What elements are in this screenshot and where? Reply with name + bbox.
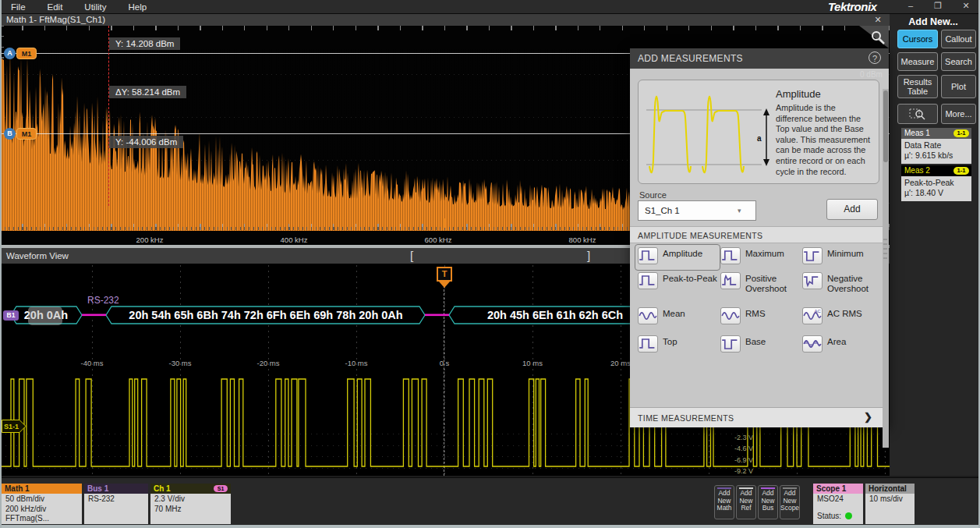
measurement-label: Mean	[663, 309, 685, 319]
minimum-icon[interactable]	[802, 247, 823, 264]
voltage-scale-label: -6.9 V	[734, 456, 753, 464]
expansion-bracket-right[interactable]: ]	[587, 249, 590, 263]
voltage-scale-label: -4.6 V	[734, 445, 753, 452]
bus-idle-line	[425, 314, 449, 317]
scrollbar-thumb[interactable]	[883, 90, 888, 162]
measurement-item-mean[interactable]: Mean	[638, 307, 717, 328]
fft-axis-label: 600 kHz	[415, 236, 462, 244]
dialog-title[interactable]: ADD MEASUREMENTS	[630, 48, 889, 69]
time-axis-label: -40 ms	[73, 359, 111, 367]
bus1-badge[interactable]: B1	[3, 310, 19, 321]
measurement-label: Positive Overshoot	[745, 274, 798, 293]
minimize-button[interactable]: –	[902, 1, 919, 12]
measurement-item-maximum[interactable]: Maximum	[720, 247, 798, 268]
math1-badge[interactable]: Math 150 dBm/div200 kHz/divFFTmag(S...	[2, 484, 82, 524]
measurement-item-amplitude[interactable]: Amplitude	[638, 247, 717, 268]
expansion-bracket-left[interactable]: [	[410, 249, 413, 263]
cursor-b-badge[interactable]: B	[4, 128, 16, 140]
scope1-badge[interactable]: Scope 1MSO24Status:	[813, 484, 863, 524]
add-button[interactable]: Add	[826, 199, 878, 220]
chevron-right-icon[interactable]: ❯	[864, 407, 872, 427]
maximum-icon[interactable]	[720, 247, 741, 264]
ch1-badge[interactable]: Ch 1S12.3 V/div70 MHz	[150, 484, 231, 524]
add-new-math-button[interactable]: Add New Math	[714, 485, 734, 519]
time-axis-label: -30 ms	[161, 359, 200, 367]
add-new-bus-button[interactable]: Add New Bus	[758, 485, 778, 519]
magnifier-icon[interactable]	[870, 30, 886, 45]
meas-badge-body: Data Rateµ': 9.615 kb/s	[901, 139, 971, 164]
restore-button[interactable]: ❐	[929, 1, 946, 12]
measurement-item-ac-rms[interactable]: ACAC RMS	[802, 307, 883, 328]
measurement-label: Area	[827, 337, 846, 347]
tektronix-logo: Tektronix	[828, 0, 889, 13]
add-new-results-table-button[interactable]: Results Table	[897, 75, 938, 98]
measurement-item-area[interactable]: Area	[802, 335, 883, 356]
menu-item-help[interactable]: Help	[117, 2, 157, 12]
cursor-b-m1-badge[interactable]: M1	[16, 128, 37, 140]
amplitude-illustration: a	[643, 83, 774, 180]
bus1-badge[interactable]: Bus 1RS-232	[84, 484, 148, 524]
badge-title: Scope 1	[813, 484, 863, 494]
help-icon[interactable]: ?	[869, 51, 881, 64]
trigger-arrow-icon	[439, 282, 450, 288]
cursor-a-m1-badge[interactable]: M1	[16, 48, 37, 59]
measurement-label: Top	[663, 337, 678, 347]
top-icon[interactable]	[638, 335, 658, 353]
menu-item-utility[interactable]: Utility	[73, 2, 117, 12]
measurement-item-minimum[interactable]: Minimum	[802, 247, 883, 268]
fft-scale-label: 0 dBm	[860, 70, 883, 79]
menu-item-file[interactable]: File	[0, 2, 37, 12]
math-view-title[interactable]: Math 1- FftMag(S1_Ch1)	[0, 14, 890, 26]
peak-to-peak-icon[interactable]	[638, 272, 658, 289]
horizontal-badge[interactable]: Horizontal10 ms/div	[865, 484, 915, 524]
amplitude-icon[interactable]	[638, 247, 658, 264]
measurement-item-positive-overshoot[interactable]: Positive Overshoot	[720, 272, 798, 297]
source-s1-tag[interactable]: S1-1	[2, 420, 27, 433]
measurement-label: AC RMS	[827, 309, 862, 319]
mean-icon[interactable]	[638, 307, 658, 324]
measurement-item-negative-overshoot[interactable]: Negative Overshoot	[802, 272, 883, 297]
badge-settings: 2.3 V/div70 MHz	[150, 494, 231, 524]
tekscope-window: FileEditUtilityHelp Tektronix – ❐ ✕ Math…	[0, 0, 980, 528]
math-view-close-icon[interactable]: ✕	[870, 14, 886, 26]
measurement-item-top[interactable]: Top	[638, 335, 717, 356]
add-new-ref-button[interactable]: Add New Ref	[736, 485, 756, 519]
badge-settings: 10 ms/div	[865, 494, 915, 524]
meas-result-badge[interactable]: Meas 21-1Peak-to-Peakµ': 18.40 V	[901, 165, 971, 201]
measurement-item-base[interactable]: Base	[720, 335, 798, 356]
rms-icon[interactable]	[720, 307, 741, 324]
splitter-grip[interactable]	[883, 239, 887, 262]
add-new-cursors-button[interactable]: Cursors	[897, 30, 938, 48]
base-icon[interactable]	[720, 335, 741, 353]
meas-result-badge[interactable]: Meas 11-1Data Rateµ': 9.615 kb/s	[901, 128, 971, 164]
add-new-scope-button[interactable]: Add New Scope	[780, 485, 800, 519]
ac-rms-icon[interactable]: AC	[802, 307, 823, 324]
measurement-item-peak-to-peak[interactable]: Peak-to-Peak	[638, 272, 717, 297]
add-new-more--button[interactable]: More...	[941, 104, 976, 124]
info-body: Amplitude is the difference between the …	[776, 103, 874, 177]
measurement-label: Base	[745, 337, 766, 347]
cursor-b-readout: Y: -44.006 dBm	[109, 136, 183, 148]
status-ok-dot	[845, 512, 852, 519]
measurement-item-rms[interactable]: RMS	[720, 307, 798, 328]
menu-item-edit[interactable]: Edit	[37, 2, 74, 12]
badge-title: Ch 1S1	[150, 484, 231, 494]
positive-overshoot-icon[interactable]	[720, 272, 741, 289]
dialog-scrollbar[interactable]	[883, 89, 889, 448]
add-new-search-button[interactable]: Search	[941, 52, 976, 71]
measurement-label: Negative Overshoot	[827, 274, 883, 293]
chevron-down-icon: ▾	[738, 200, 741, 221]
add-new-callout-button[interactable]: Callout	[941, 30, 976, 48]
negative-overshoot-icon[interactable]	[802, 272, 823, 289]
measurement-info-card: a Amplitude Amplitude is the difference …	[638, 80, 879, 184]
zoom-button[interactable]	[897, 104, 938, 124]
close-button[interactable]: ✕	[957, 1, 975, 12]
time-measurements-header[interactable]: TIME MEASUREMENTS	[630, 407, 883, 427]
cursor-a-badge[interactable]: A	[4, 48, 16, 59]
cursor-vertical-line[interactable]	[108, 26, 109, 206]
bus-decode-label: RS-232	[87, 295, 119, 306]
add-new-measure-button[interactable]: Measure	[897, 52, 938, 71]
add-new-plot-button[interactable]: Plot	[941, 75, 976, 98]
area-icon[interactable]	[802, 335, 823, 353]
trigger-marker[interactable]: T	[437, 267, 452, 288]
